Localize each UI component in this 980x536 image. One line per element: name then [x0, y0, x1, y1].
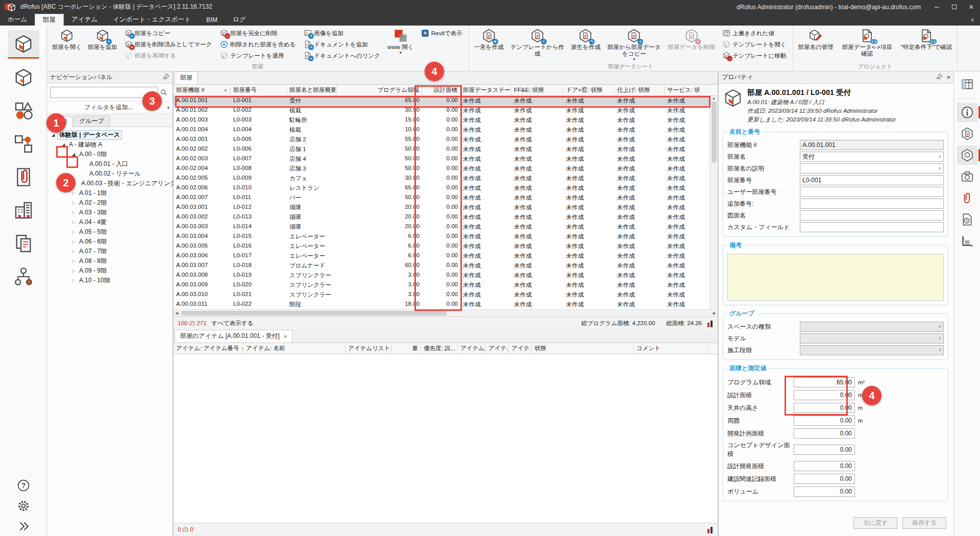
- search-input[interactable]: ▾: [50, 87, 158, 98]
- field-input-部屋番号[interactable]: L0-001: [800, 175, 944, 185]
- close-panel-icon[interactable]: ×: [947, 74, 950, 81]
- column-header-ドア+窓: 状態[interactable]: ドア+窓: 状態: [564, 85, 615, 95]
- field-input-カスタム・フィールド[interactable]: [800, 222, 944, 232]
- items-column-header-コメント[interactable]: コメント: [634, 343, 708, 354]
- table-row[interactable]: A.00.03.001L0-012循環20.000.00未作成未作成未作成未作成…: [174, 203, 709, 212]
- field-input-部屋名の説明[interactable]: ˅: [800, 163, 944, 174]
- field-input-スペースの種類[interactable]: ˅: [800, 322, 944, 332]
- tab-room-items[interactable]: 部屋のアイテム [A.00.01.001 - 受付] ×: [175, 330, 292, 343]
- close-button[interactable]: ×: [963, 0, 980, 14]
- tree-item[interactable]: ◢体験版 | データベース: [48, 130, 172, 140]
- notes-textarea[interactable]: [727, 254, 944, 301]
- table-row[interactable]: A.00.03.002L0-013循環20.000.00未作成未作成未作成未作成…: [174, 212, 709, 222]
- sidebar-item-settings[interactable]: [8, 496, 39, 516]
- ribbon-button[interactable]: =部屋をコピー: [122, 28, 214, 39]
- items-column-header-アイテムリスト: 名前[interactable]: アイテムリスト: 名前: [346, 343, 391, 354]
- table-row[interactable]: A.00.01.004L0-004植栽10.000.00未作成未作成未作成未作成…: [174, 125, 709, 135]
- close-tab-icon[interactable]: ×: [284, 333, 287, 339]
- scroll-left-icon[interactable]: ◀: [174, 311, 180, 315]
- sidebar-item-expand[interactable]: [8, 517, 39, 536]
- sidebar-item-buildings[interactable]: [8, 196, 39, 225]
- field-input-図面名[interactable]: [800, 210, 944, 221]
- tree-item[interactable]: ▷A.07 - 7階: [48, 247, 172, 256]
- measure-value-プログラム領域[interactable]: 65.00: [794, 377, 855, 387]
- ribbon-button[interactable]: ∞ドキュメントへのリンク: [301, 50, 382, 61]
- table-row[interactable]: A.00.03.010L0-021スプリンクラー3.000.00未作成未作成未作…: [174, 290, 709, 300]
- props-tab-measure[interactable]: [957, 231, 977, 251]
- props-tab-bim[interactable]: [957, 145, 977, 165]
- ribbon-button[interactable]: +画像を追加: [301, 28, 382, 39]
- tree-item[interactable]: ▷A.08 - 8階: [48, 256, 172, 266]
- tab-rooms[interactable]: 部屋: [175, 71, 198, 84]
- column-header-部屋名と部屋概要[interactable]: 部屋名と部屋概要: [287, 85, 337, 95]
- column-header-仕上げ: 状態[interactable]: 仕上げ: 状態: [615, 85, 665, 95]
- ribbon-button[interactable]: 削除された部屋を含める: [217, 39, 298, 50]
- column-header-部屋番号[interactable]: 部屋番号: [231, 85, 287, 95]
- table-row[interactable]: A.00.03.009L0-020スプリンクラー3.000.00未作成未作成未作…: [174, 280, 709, 290]
- ribbon-button[interactable]: テンプレートを適用: [217, 50, 298, 61]
- tree-item[interactable]: ▷A.05 - 5階: [48, 227, 172, 237]
- column-header-設計面積[interactable]: 設計面積: [422, 85, 460, 95]
- menu-tab-インポート・エクスポート[interactable]: インポート・エクスポート: [105, 14, 199, 26]
- ribbon-button[interactable]: ★一意を作成: [472, 27, 506, 52]
- ribbon-button[interactable]: 1:1部屋データ<->項目確認: [837, 27, 897, 59]
- tree-expand-arrow[interactable]: ▷: [69, 220, 78, 225]
- table-row[interactable]: A.00.02.005L0-009カフェ30.000.00未作成未作成未作成未作…: [174, 174, 709, 183]
- table-row[interactable]: A.00.03.011L0-022階段18.000.00未作成未作成未作成未作成…: [174, 300, 709, 309]
- props-tab-images[interactable]: [957, 167, 977, 186]
- tab-グループ[interactable]: グループ: [74, 115, 110, 127]
- table-row[interactable]: A.00.03.007L0-018プロムナード60.000.00未作成未作成未作…: [174, 261, 709, 271]
- measure-value-開発計画面積[interactable]: 0.00: [794, 428, 855, 438]
- ribbon-button[interactable]: 部屋を開く: [50, 27, 84, 52]
- field-input-追加番号:[interactable]: [800, 199, 944, 209]
- field-input-部屋名[interactable]: 受付˅: [800, 152, 944, 162]
- column-header-部屋データステータス[interactable]: 部屋データステータス: [460, 85, 511, 95]
- show-all-link[interactable]: すべて表示する: [212, 320, 254, 327]
- items-column-header-アイテ...[interactable]: アイテ...: [509, 343, 532, 354]
- ribbon-button[interactable]: ×部屋を削除済みとしてマーク: [122, 39, 214, 50]
- props-tab-log[interactable]: [957, 210, 977, 229]
- ribbon-button[interactable]: 上書きされた値: [720, 28, 789, 39]
- sidebar-item-reports[interactable]: [8, 229, 39, 258]
- table-row[interactable]: A.00.01.002L0-002植栽30.000.00未作成未作成未作成未作成…: [174, 106, 709, 115]
- sidebar-item-attachments[interactable]: [8, 163, 39, 191]
- measure-value-天井の高さ[interactable]: 0.00: [794, 403, 855, 413]
- pin-icon[interactable]: [937, 74, 943, 81]
- scroll-up-icon[interactable]: ▲: [712, 96, 716, 101]
- pin-icon[interactable]: [163, 74, 169, 81]
- tree-item[interactable]: A.00.01 - 入口: [48, 159, 172, 169]
- tree-expand-arrow[interactable]: ▷: [69, 259, 78, 263]
- menu-tab-アイテム[interactable]: アイテム: [64, 14, 105, 26]
- ribbon-button[interactable]: ✎派生を作成: [569, 27, 603, 52]
- tree-expand-arrow[interactable]: ▷: [69, 201, 78, 205]
- measure-value-ボリューム[interactable]: 0.00: [794, 486, 855, 497]
- sidebar-item-help[interactable]: ?: [8, 476, 39, 495]
- tree-item[interactable]: ▷A.09 - 9階: [48, 266, 172, 276]
- tree-item[interactable]: ▷A.03 - 3階: [48, 208, 172, 217]
- column-header-FF&E: 状態[interactable]: FF&E: 状態: [511, 85, 564, 95]
- table-row[interactable]: A.00.02.001L0-005店舗 255.000.00未作成未作成未作成未…: [174, 135, 709, 144]
- tree-item[interactable]: ◢A.00 - 0階: [48, 150, 172, 159]
- items-column-header-アイテム: 名前[interactable]: アイテム: 名前: [243, 343, 346, 354]
- column-header-部屋機能 #[interactable]: 部屋機能 #▲: [174, 85, 231, 95]
- items-column-header-優先度: 説...[interactable]: 優先度: 説...: [421, 343, 458, 354]
- field-input-モデル[interactable]: ˅: [800, 333, 944, 344]
- tree-item[interactable]: ▷A.02 - 2階: [48, 198, 172, 208]
- menu-tab-ログ[interactable]: ログ: [225, 14, 254, 26]
- tree-expand-arrow[interactable]: ▷: [69, 278, 78, 283]
- table-row[interactable]: A.00.03.005L0-016エレベーター6.000.00未作成未作成未作成…: [174, 241, 709, 251]
- props-tab-attachments[interactable]: [957, 188, 977, 208]
- collapse-ribbon-button[interactable]: ∧: [965, 14, 980, 26]
- tree-item[interactable]: ▷A.10 - 10階: [48, 276, 172, 285]
- chevron-down-icon[interactable]: ˅: [939, 348, 941, 353]
- ribbon-button[interactable]: 1:1"特定条件下"で確認: [898, 27, 954, 52]
- chevron-down-icon[interactable]: ˅: [939, 154, 941, 159]
- scroll-right-icon[interactable]: ▶: [712, 311, 718, 315]
- save-button[interactable]: 保存する: [902, 517, 946, 529]
- horizontal-scrollbar[interactable]: ◀▶: [174, 309, 718, 316]
- table-row[interactable]: A.00.03.008L0-019スプリンクラー3.000.00未作成未作成未作…: [174, 271, 709, 280]
- table-row[interactable]: A.00.01.001L0-001受付65.000.00未作成未作成未作成未作成…: [174, 96, 709, 106]
- ribbon-button[interactable]: 部屋を再開する: [122, 50, 214, 61]
- props-tab-datasheet[interactable]: [957, 124, 977, 143]
- chevron-down-icon[interactable]: ˅: [939, 324, 941, 329]
